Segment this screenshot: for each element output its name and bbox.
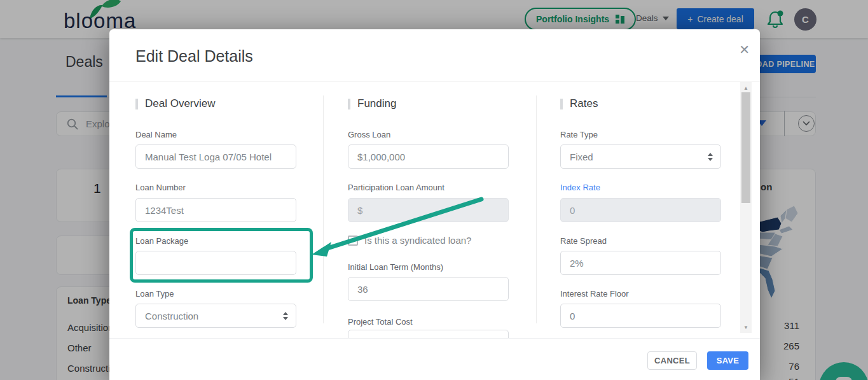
select-spinner-icon (708, 153, 713, 161)
loan-package-label: Loan Package (135, 236, 188, 246)
select-spinner-icon (283, 312, 288, 320)
funding-column: Funding Gross Loan Participation Loan Am… (348, 81, 509, 338)
section-title: Deal Overview (135, 97, 216, 110)
gross-loan-label: Gross Loan (348, 130, 390, 139)
save-button[interactable]: SAVE (707, 351, 748, 370)
initial-term-input[interactable] (348, 277, 509, 301)
interest-floor-label: Interest Rate Floor (560, 289, 629, 299)
column-divider (323, 95, 324, 323)
rate-spread-label: Rate Spread (560, 236, 607, 246)
rate-spread-input[interactable] (560, 251, 721, 275)
rate-type-label: Rate Type (560, 130, 598, 139)
scrollbar-thumb[interactable] (741, 92, 750, 203)
deal-name-input[interactable] (135, 144, 296, 169)
rate-type-select[interactable]: Fixed (560, 144, 721, 169)
rates-column: Rates Rate Type Fixed Index Rate Rate Sp… (560, 81, 721, 338)
section-title: Funding (348, 97, 396, 110)
rate-type-selected-value: Fixed (570, 151, 593, 162)
participation-input (348, 198, 509, 222)
cancel-button[interactable]: CANCEL (647, 351, 697, 370)
deal-name-label: Deal Name (135, 130, 177, 139)
scrollbar-up-icon[interactable]: ▲ (740, 83, 752, 92)
modal-footer: CANCEL SAVE (109, 338, 760, 380)
loan-package-input[interactable] (135, 251, 296, 275)
initial-term-label: Initial Loan Term (Months) (348, 262, 443, 272)
participation-label: Participation Loan Amount (348, 183, 444, 192)
modal-scrollbar[interactable]: ▲ ▼ (740, 82, 752, 333)
close-icon[interactable]: ✕ (739, 42, 750, 57)
interest-floor-input[interactable] (560, 304, 721, 328)
syndicated-checkbox-row: Is this a syndicated loan? (348, 235, 471, 246)
section-title: Rates (560, 97, 598, 110)
deal-overview-column: Deal Overview Deal Name Loan Number Loan… (135, 81, 296, 338)
edit-deal-modal: Edit Deal Details ✕ Deal Overview Deal N… (109, 29, 760, 380)
modal-title: Edit Deal Details (135, 47, 253, 66)
project-cost-input[interactable] (348, 330, 509, 338)
loan-number-label: Loan Number (135, 183, 186, 192)
loan-type-label: Loan Type (135, 289, 174, 299)
modal-body: Deal Overview Deal Name Loan Number Loan… (109, 81, 760, 338)
project-cost-label: Project Total Cost (348, 317, 413, 327)
loan-type-select[interactable]: Construction (135, 304, 296, 328)
scrollbar-down-icon[interactable]: ▼ (740, 323, 752, 332)
syndicated-checkbox-label: Is this a syndicated loan? (364, 235, 471, 246)
index-rate-input (560, 198, 721, 222)
screen: blooma Portfolio Insights Deals + Create… (0, 0, 868, 380)
loan-number-input[interactable] (135, 198, 296, 222)
gross-loan-input[interactable] (348, 144, 509, 169)
syndicated-checkbox[interactable] (348, 236, 358, 246)
loan-type-selected-value: Construction (145, 311, 198, 321)
column-divider (536, 95, 537, 323)
index-rate-link[interactable]: Index Rate (560, 183, 600, 192)
